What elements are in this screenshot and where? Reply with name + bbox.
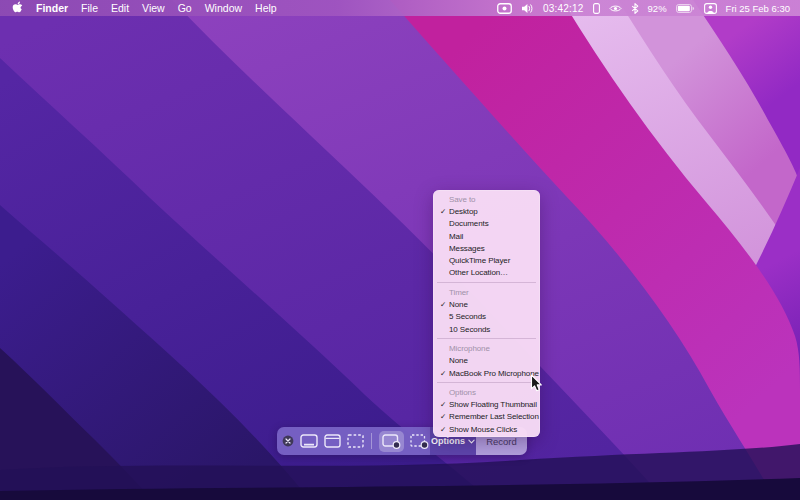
- record-entire-screen-icon: [382, 434, 401, 449]
- toolbar-divider: [371, 433, 372, 449]
- macos-desktop: Finder File Edit View Go Window Help 03:…: [0, 0, 800, 500]
- record-selected-portion-icon: [410, 434, 429, 449]
- desktop-wallpaper: [0, 0, 800, 500]
- menu-bar-item-window[interactable]: Window: [205, 2, 242, 14]
- apple-menu[interactable]: [12, 1, 23, 16]
- menu-bar-status: 03:42:12 92% Fri 25 Feb 6:30: [497, 3, 790, 14]
- bluetooth-icon[interactable]: [631, 3, 639, 14]
- menu-item-messages[interactable]: Messages: [433, 242, 540, 254]
- menu-section-header-microphone: Microphone: [433, 342, 540, 354]
- menu-bar-app-name[interactable]: Finder: [36, 2, 68, 14]
- menu-item-timer-none[interactable]: ✓ None: [433, 298, 540, 310]
- menu-bar-left: Finder File Edit View Go Window Help: [12, 1, 290, 16]
- capture-selected-portion-button[interactable]: [347, 434, 364, 448]
- menu-item-show-floating-thumbnail[interactable]: ✓ Show Floating Thumbnail: [433, 398, 540, 410]
- chevron-down-icon: [468, 439, 475, 444]
- eye-icon[interactable]: [609, 4, 622, 13]
- capture-selected-window-icon: [324, 434, 341, 448]
- menu-item-timer-10-seconds[interactable]: 10 Seconds: [433, 323, 540, 335]
- menu-section-header-timer: Timer: [433, 286, 540, 298]
- capture-entire-screen-button[interactable]: [300, 434, 318, 448]
- menu-item-timer-5-seconds[interactable]: 5 Seconds: [433, 311, 540, 323]
- battery-icon[interactable]: [676, 4, 695, 13]
- menu-bar-item-view[interactable]: View: [142, 2, 165, 14]
- menu-item-documents[interactable]: Documents: [433, 218, 540, 230]
- apple-logo-icon: [12, 1, 23, 14]
- menu-item-remember-last-selection[interactable]: ✓ Remember Last Selection: [433, 411, 540, 423]
- user-switch-icon[interactable]: [704, 3, 717, 14]
- menu-bar-item-file[interactable]: File: [81, 2, 98, 14]
- menu-item-macbook-pro-microphone[interactable]: ✓ MacBook Pro Microphone: [433, 367, 540, 379]
- menu-section-header-save-to: Save to: [433, 193, 540, 205]
- menu-bar-item-help[interactable]: Help: [255, 2, 277, 14]
- menu-bar-item-go[interactable]: Go: [178, 2, 192, 14]
- menu-separator: [437, 338, 536, 339]
- menu-separator: [437, 282, 536, 283]
- battery-percent[interactable]: 92%: [648, 3, 667, 14]
- menu-item-show-mouse-clicks[interactable]: ✓ Show Mouse Clicks: [433, 423, 540, 435]
- menu-bar-clock[interactable]: Fri 25 Feb 6:30: [726, 3, 790, 14]
- checkmark: ✓: [438, 369, 448, 378]
- checkmark: ✓: [438, 425, 448, 434]
- menu-section-header-options: Options: [433, 386, 540, 398]
- checkmark: ✓: [438, 412, 448, 421]
- capture-entire-screen-icon: [300, 434, 318, 448]
- menu-bar-item-edit[interactable]: Edit: [111, 2, 129, 14]
- checkmark: ✓: [438, 207, 448, 216]
- menu-item-microphone-none[interactable]: None: [433, 355, 540, 367]
- menu-separator: [437, 382, 536, 383]
- menu-item-mail[interactable]: Mail: [433, 230, 540, 242]
- menu-item-other-location[interactable]: Other Location…: [433, 267, 540, 279]
- volume-icon[interactable]: [521, 3, 534, 14]
- toolbar-tools: [277, 427, 430, 455]
- close-button[interactable]: [282, 435, 294, 447]
- checkmark: ✓: [438, 300, 448, 309]
- mouse-cursor: [530, 374, 543, 393]
- close-icon: [282, 435, 294, 447]
- record-entire-screen-button[interactable]: [379, 431, 404, 452]
- options-popup-menu: Save to ✓ Desktop Documents Mail Message…: [433, 190, 540, 437]
- capture-selected-window-button[interactable]: [324, 434, 341, 448]
- capture-selected-portion-icon: [347, 434, 364, 448]
- recording-timer[interactable]: 03:42:12: [543, 3, 584, 14]
- phone-icon[interactable]: [593, 3, 600, 14]
- menu-item-quicktime-player[interactable]: QuickTime Player: [433, 254, 540, 266]
- screen-recording-indicator-icon[interactable]: [497, 3, 512, 14]
- menu-bar: Finder File Edit View Go Window Help 03:…: [0, 0, 800, 16]
- menu-item-desktop[interactable]: ✓ Desktop: [433, 205, 540, 217]
- checkmark: ✓: [438, 400, 448, 409]
- record-selected-portion-button[interactable]: [410, 434, 429, 449]
